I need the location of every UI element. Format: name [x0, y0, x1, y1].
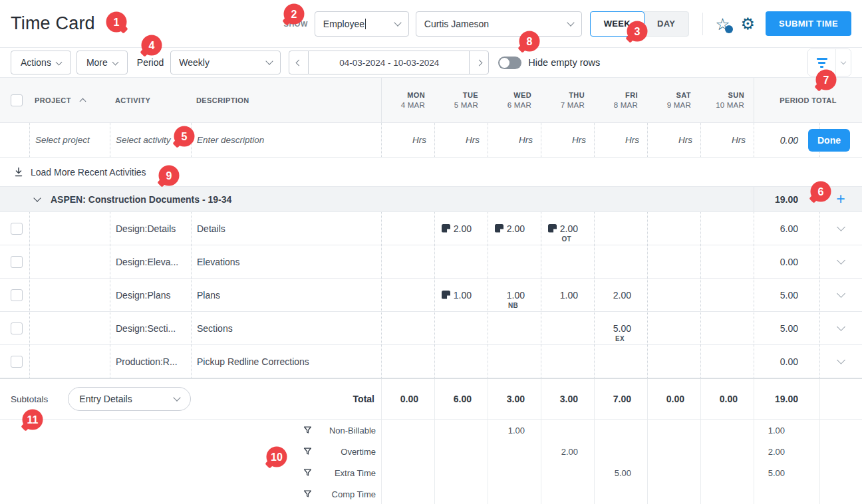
description-cell: Pickup Redline Corrections [191, 345, 381, 378]
project-column-header[interactable]: PROJECT [29, 78, 110, 122]
previous-period-button[interactable] [289, 51, 309, 74]
period-select[interactable]: Weekly [170, 51, 281, 74]
hours-input[interactable]: Hrs [541, 123, 594, 157]
hours-cell[interactable] [594, 212, 647, 245]
row-checkbox[interactable] [11, 322, 23, 334]
submit-time-button[interactable]: SUBMIT TIME [766, 11, 851, 36]
hours-input[interactable]: Hrs [488, 123, 541, 157]
hours-cell[interactable]: 1.00NB [488, 279, 541, 311]
hours-cell[interactable] [381, 245, 434, 278]
hours-cell[interactable] [488, 345, 541, 378]
settings-gear-icon[interactable]: ⚙ [741, 16, 756, 32]
hours-cell[interactable]: 2.00OT [541, 212, 594, 245]
hours-cell[interactable] [700, 345, 754, 378]
annotation-badge-1: 1 [106, 12, 127, 33]
more-button[interactable]: More [76, 51, 128, 74]
hours-input[interactable]: Hrs [381, 123, 434, 157]
hours-cell[interactable] [381, 279, 434, 311]
employee-select[interactable]: Curtis Jameson [416, 11, 582, 37]
day-tab[interactable]: DAY [643, 11, 689, 37]
entry-checkbox-cell [0, 123, 29, 157]
hours-cell[interactable] [541, 245, 594, 278]
favorites-star-icon[interactable]: ☆ [715, 16, 730, 32]
hours-cell[interactable]: 2.00 [434, 212, 488, 245]
expand-chevron-icon[interactable] [837, 289, 845, 298]
date-range[interactable]: 04-03-2024 - 10-03-2024 [309, 51, 470, 74]
done-button[interactable]: Done [808, 129, 850, 152]
hours-cell[interactable]: 5.00EX [594, 312, 647, 344]
hours-cell[interactable] [647, 312, 700, 344]
hours-cell[interactable] [700, 245, 754, 278]
hours-cell[interactable] [647, 212, 700, 245]
breakdown-day-value [381, 420, 434, 441]
load-more-link[interactable]: Load More Recent Activities [31, 167, 146, 178]
hours-input[interactable]: Hrs [647, 123, 700, 157]
checkbox-cell [0, 345, 29, 378]
filter-funnel-icon[interactable] [303, 426, 313, 436]
load-more-row: Load More Recent Activities [0, 158, 862, 187]
hours-cell[interactable] [647, 245, 700, 278]
hours-input[interactable]: Hrs [700, 123, 754, 157]
hours-cell[interactable]: 2.00 [488, 212, 541, 245]
hours-cell[interactable] [700, 279, 754, 311]
show-mode-select[interactable]: Employee [315, 11, 409, 37]
hours-cell[interactable] [381, 212, 434, 245]
breakdown-day-value [488, 441, 541, 462]
hours-cell[interactable] [700, 312, 754, 344]
expand-chevron-icon[interactable] [837, 322, 845, 331]
breakdown-period-total: 1.00 [754, 420, 819, 441]
project-cell [29, 212, 110, 245]
project-input[interactable]: Select project [29, 123, 110, 157]
hours-cell[interactable] [541, 345, 594, 378]
filter-funnel-icon[interactable] [303, 447, 313, 457]
description-input[interactable]: Enter description [191, 123, 381, 157]
hours-input[interactable]: Hrs [434, 123, 488, 157]
hours-cell[interactable] [647, 345, 700, 378]
breakdown-day-value [647, 462, 700, 483]
annotation-badge-11: 11 [23, 410, 43, 430]
hours-cell[interactable] [434, 312, 488, 344]
filter-dropdown-button[interactable] [836, 49, 851, 76]
select-all-checkbox[interactable] [11, 94, 23, 106]
expand-chevron-icon[interactable] [837, 356, 845, 364]
hours-cell[interactable] [700, 212, 754, 245]
day-column-header: WED6 MAR [488, 78, 541, 122]
hours-cell[interactable] [381, 312, 434, 344]
hours-cell[interactable]: 1.00 [541, 279, 594, 311]
subtotals-mode-select[interactable]: Entry Details [68, 387, 191, 411]
hide-empty-rows-toggle[interactable] [498, 57, 521, 69]
next-period-button[interactable] [469, 51, 489, 74]
hours-input[interactable]: Hrs [594, 123, 647, 157]
collapse-chevron-icon[interactable] [33, 194, 41, 201]
timesheet-row: Production:R... Pickup Redline Correctio… [0, 345, 862, 378]
day-column-header: MON4 MAR [381, 78, 434, 122]
row-checkbox[interactable] [11, 256, 23, 268]
row-checkbox[interactable] [11, 223, 23, 235]
hours-cell[interactable] [381, 345, 434, 378]
checkbox-cell [0, 312, 29, 344]
breakdown-day-value [594, 441, 647, 462]
row-checkbox[interactable] [11, 289, 23, 301]
actions-button[interactable]: Actions [11, 51, 71, 74]
hours-cell[interactable] [541, 312, 594, 344]
hours-cell[interactable] [594, 245, 647, 278]
day-column-header: SAT9 MAR [647, 78, 700, 122]
hours-cell[interactable] [434, 345, 488, 378]
filter-funnel-icon[interactable] [303, 468, 313, 478]
day-total: 0.00 [381, 379, 434, 419]
hours-cell[interactable]: 2.00 [594, 279, 647, 311]
row-checkbox[interactable] [11, 356, 23, 368]
breakdown-day-value [434, 462, 488, 483]
breakdown-day-value [647, 441, 700, 462]
expand-chevron-icon[interactable] [837, 256, 845, 265]
hours-cell[interactable]: 1.00 [434, 279, 488, 311]
hours-cell[interactable] [488, 245, 541, 278]
filter-funnel-icon[interactable] [303, 489, 313, 499]
chevron-left-icon [295, 59, 302, 66]
hours-cell[interactable] [488, 312, 541, 344]
hours-cell[interactable] [434, 245, 488, 278]
hours-cell[interactable] [594, 345, 647, 378]
hours-cell[interactable] [647, 279, 700, 311]
expand-chevron-icon[interactable] [837, 223, 845, 231]
breakdown-day-value [647, 420, 700, 441]
